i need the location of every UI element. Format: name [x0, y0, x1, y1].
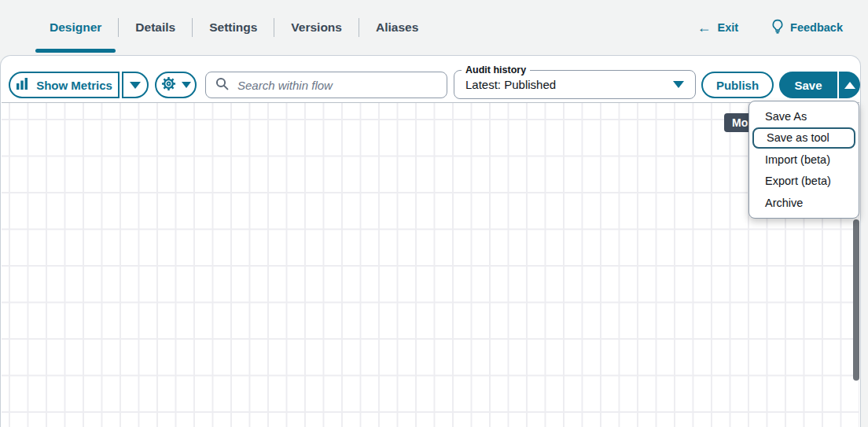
search-field: [205, 72, 447, 98]
audit-history-value: Latest: Published: [465, 78, 673, 91]
vertical-scrollbar-thumb[interactable]: [853, 219, 859, 381]
settings-dropdown-button[interactable]: [155, 72, 197, 98]
menu-item-export-beta[interactable]: Export (beta): [752, 171, 855, 193]
tab-designer[interactable]: Designer: [33, 0, 118, 55]
tab-aliases[interactable]: Aliases: [359, 0, 435, 55]
exit-label: Exit: [718, 21, 739, 34]
menu-item-save-as-tool[interactable]: Save as tool: [752, 127, 855, 149]
tab-settings-label: Settings: [209, 20, 257, 35]
tab-settings[interactable]: Settings: [193, 0, 274, 55]
top-header: Designer Details Settings Versions Alias…: [0, 0, 868, 55]
menu-item-archive[interactable]: Archive: [752, 192, 855, 214]
tab-versions-label: Versions: [291, 20, 342, 35]
caret-up-icon: [844, 82, 855, 89]
caret-down-icon: [182, 82, 191, 88]
tab-details-label: Details: [135, 20, 175, 35]
lightbulb-icon: [771, 19, 784, 36]
caret-down-icon: [130, 82, 141, 89]
exit-button[interactable]: ← Exit: [697, 20, 739, 35]
feedback-label: Feedback: [790, 21, 843, 34]
flow-canvas[interactable]: [2, 102, 859, 427]
tab-designer-label: Designer: [50, 20, 101, 35]
flow-tabs: Designer Details Settings Versions Alias…: [33, 0, 435, 55]
audit-history-label: Audit history: [462, 64, 530, 77]
save-button[interactable]: Save: [779, 72, 837, 98]
bar-chart-icon: [16, 77, 29, 93]
arrow-left-icon: ←: [697, 20, 712, 35]
show-metrics-dropdown-button[interactable]: [122, 72, 149, 98]
search-input[interactable]: [236, 78, 437, 93]
save-dropdown-menu: Save As Save as tool Import (beta) Expor…: [748, 101, 859, 219]
caret-down-icon: [673, 81, 684, 88]
publish-button[interactable]: Publish: [701, 72, 774, 98]
tab-versions[interactable]: Versions: [274, 0, 359, 55]
menu-item-save-as[interactable]: Save As: [752, 105, 855, 127]
menu-item-import-beta[interactable]: Import (beta): [752, 149, 855, 171]
audit-history-select[interactable]: Audit history Latest: Published: [454, 70, 696, 99]
search-icon: [215, 77, 229, 94]
save-dropdown-button[interactable]: [839, 72, 860, 98]
show-metrics-label: Show Metrics: [36, 79, 112, 92]
header-actions: ← Exit Feedback: [697, 0, 844, 55]
gear-icon: [161, 76, 176, 94]
feedback-button[interactable]: Feedback: [771, 19, 843, 36]
show-metrics-button[interactable]: Show Metrics: [9, 72, 120, 98]
designer-panel: Show Metrics: [0, 55, 861, 427]
tab-aliases-label: Aliases: [376, 20, 418, 35]
tab-details[interactable]: Details: [119, 0, 192, 55]
